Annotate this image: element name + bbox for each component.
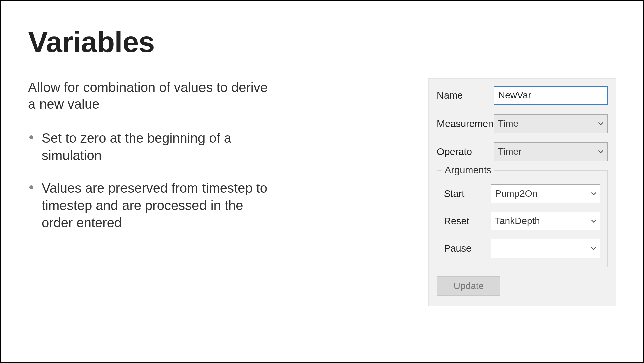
bullet-item: Values are preserved from timestep to ti… [42, 179, 269, 231]
start-value: Pump2On [495, 188, 537, 199]
left-column: Variables Allow for combination of value… [28, 25, 351, 342]
pause-select[interactable] [491, 239, 600, 258]
chevron-down-icon [598, 149, 604, 155]
name-input[interactable] [494, 86, 608, 105]
page-title: Variables [28, 25, 338, 59]
start-label: Start [444, 188, 491, 199]
chevron-down-icon [598, 121, 604, 127]
intro-text: Allow for combination of values to deriv… [28, 79, 269, 113]
chevron-down-icon [591, 218, 597, 224]
start-row: Start Pump2On [444, 184, 600, 203]
operator-select[interactable]: Timer [494, 142, 608, 161]
right-column: Name Measurement Time [351, 25, 616, 342]
measurement-row: Measurement Time [437, 114, 608, 133]
chevron-down-icon [591, 191, 597, 197]
measurement-label: Measurement [437, 118, 494, 129]
reset-label: Reset [444, 216, 491, 227]
operator-row: Operato Timer [437, 142, 608, 161]
arguments-group: Arguments Start Pump2On [437, 170, 608, 267]
bullet-item: Set to zero at the beginning of a simula… [42, 129, 269, 164]
pause-label: Pause [444, 243, 491, 254]
arguments-legend: Arguments [442, 165, 494, 176]
name-label: Name [437, 90, 494, 101]
name-row: Name [437, 86, 608, 105]
reset-select[interactable]: TankDepth [491, 212, 600, 230]
reset-row: Reset TankDepth [444, 212, 600, 230]
update-button-label: Update [454, 281, 484, 291]
slide-frame: Variables Allow for combination of value… [0, 0, 644, 363]
bullet-list: Set to zero at the beginning of a simula… [28, 129, 338, 231]
update-button[interactable]: Update [437, 276, 500, 296]
measurement-select[interactable]: Time [494, 114, 608, 133]
chevron-down-icon [591, 245, 597, 251]
pause-row: Pause [444, 239, 600, 258]
operator-label: Operato [437, 146, 494, 157]
start-select[interactable]: Pump2On [491, 184, 600, 203]
measurement-value: Time [498, 118, 518, 129]
reset-value: TankDepth [495, 216, 540, 226]
operator-value: Timer [498, 146, 522, 157]
variable-form-panel: Name Measurement Time [428, 78, 616, 306]
